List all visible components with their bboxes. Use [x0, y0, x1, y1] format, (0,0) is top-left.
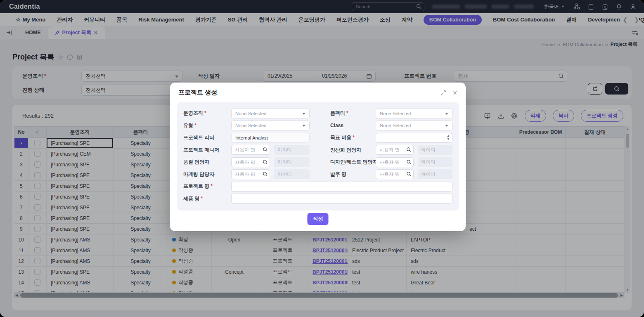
menu-item[interactable]: 평가기준: [195, 16, 217, 24]
menu-item[interactable]: 품목: [116, 16, 127, 24]
org-chart-icon[interactable]: [573, 3, 580, 10]
row-checkbox[interactable]: [34, 151, 40, 157]
filter-org-select[interactable]: 전체선택: [81, 71, 182, 82]
menu-item[interactable]: SG 관리: [228, 16, 248, 24]
breadcrumb-item[interactable]: BOM Collaboration: [563, 42, 603, 47]
search-button[interactable]: [605, 83, 628, 95]
tooltip-icon[interactable]: [484, 112, 491, 119]
vertical-scroll-thumb[interactable]: [626, 134, 629, 148]
expand-panel-icon[interactable]: [0, 26, 18, 39]
row-checkbox[interactable]: [34, 215, 40, 221]
vertical-scrollbar[interactable]: ▲ ▼: [625, 126, 630, 293]
bell-icon[interactable]: [616, 3, 623, 10]
filter-number-input[interactable]: [454, 71, 567, 82]
horizontal-scroll-thumb[interactable]: [20, 293, 618, 298]
info-icon[interactable]: [67, 54, 73, 60]
scroll-left-icon[interactable]: ◀: [15, 293, 18, 297]
menu-scroll-right-icon[interactable]: ❯: [634, 17, 639, 23]
search-icon[interactable]: [406, 159, 412, 165]
download-icon[interactable]: [497, 112, 504, 119]
table-row[interactable]: 11[Purchasing] AMSSpecialty작성중프로젝트BPJT25…: [14, 245, 625, 256]
column-header[interactable]: ✓: [28, 127, 47, 138]
project-number-link[interactable]: BPJT251200013: [313, 258, 348, 264]
manual-icon[interactable]: [76, 54, 83, 60]
table-row[interactable]: 13[Purchasing] SPESpecialty작성중Concept프로젝…: [14, 267, 625, 277]
row-checkbox[interactable]: [34, 247, 40, 253]
search-icon[interactable]: [263, 147, 268, 152]
menu-item[interactable]: 협력사 관리: [259, 16, 287, 24]
modal-select-폼팩터[interactable]: None Selected: [376, 109, 452, 118]
table-row[interactable]: 14[Purchasing] AMSSpecialty작성중프로젝트BPJT25…: [14, 277, 625, 288]
row-checkbox[interactable]: [34, 161, 40, 168]
table-row[interactable]: 10[Purchasing] AMSSpecialty확정Open프로젝트BPJ…: [14, 234, 625, 245]
refresh-button[interactable]: [588, 83, 602, 95]
scroll-up-icon[interactable]: ▲: [626, 128, 629, 130]
row-checkbox[interactable]: [34, 269, 40, 275]
row-checkbox[interactable]: [34, 183, 40, 189]
row-checkbox[interactable]: [34, 258, 40, 264]
menu-item[interactable]: 커뮤니티: [84, 16, 105, 24]
menu-item[interactable]: 관리자: [57, 16, 73, 24]
close-all-tabs-icon[interactable]: [631, 26, 638, 39]
modal-select-운영조직[interactable]: None Selected: [231, 109, 310, 118]
close-icon[interactable]: ✕: [452, 90, 457, 96]
row-checkbox[interactable]: [34, 140, 40, 146]
memo-icon[interactable]: [601, 3, 608, 10]
menu-item[interactable]: Development: [588, 17, 622, 23]
language-selector[interactable]: 한국어 ▼: [544, 3, 565, 10]
프로젝트 명-input[interactable]: [231, 182, 452, 192]
breadcrumb-item[interactable]: Home: [542, 42, 555, 47]
search-icon[interactable]: [406, 171, 412, 177]
row-checkbox[interactable]: [34, 226, 40, 232]
create-project-button[interactable]: 프로젝트 생성: [581, 110, 623, 122]
menu-item[interactable]: 퍼포먼스평가: [336, 16, 369, 24]
project-number-link[interactable]: BPJT251200017: [313, 237, 348, 243]
submit-button[interactable]: 작성: [308, 213, 329, 225]
project-number-link[interactable]: BPJT251200010: [313, 269, 348, 275]
modal-select-유형[interactable]: None Selected: [231, 121, 310, 130]
search-icon[interactable]: [406, 147, 412, 152]
tab-home[interactable]: HOME: [18, 26, 48, 39]
global-search-input[interactable]: [352, 2, 424, 11]
copy-button[interactable]: 복사: [553, 110, 574, 122]
menu-item[interactable]: 결재: [566, 16, 577, 24]
filter-status-select[interactable]: 전체선택: [81, 85, 182, 96]
row-checkbox[interactable]: [34, 237, 40, 243]
search-icon[interactable]: [263, 159, 268, 165]
spinner-buttons[interactable]: [447, 135, 450, 140]
profile-icon[interactable]: [630, 3, 637, 10]
calendar-icon[interactable]: [366, 73, 372, 79]
table-row[interactable]: 12[Purchasing] AMSSpecialty작성중프로젝트BPJT25…: [14, 256, 625, 267]
menu-item[interactable]: 계약: [402, 16, 412, 24]
menu-item[interactable]: Risk Management: [138, 17, 184, 23]
scroll-down-icon[interactable]: ▼: [626, 289, 629, 291]
tab-project-list[interactable]: Project 목록 ✕: [48, 26, 105, 39]
menu-item[interactable]: BOM Collaboration: [424, 15, 482, 25]
settings-gear-icon[interactable]: [511, 112, 518, 119]
filter-date-range[interactable]: 01/29/2025 - 01/29/2026: [263, 71, 376, 82]
favorite-star-icon[interactable]: ☆: [58, 53, 64, 61]
menu-scroll-left-icon[interactable]: ❮: [623, 17, 628, 23]
clipboard-icon[interactable]: [587, 3, 594, 10]
menu-item[interactable]: ☆My Menu: [16, 17, 45, 23]
menu-item[interactable]: 소싱: [380, 16, 391, 24]
제품 명-input[interactable]: [231, 194, 452, 203]
number-field[interactable]: [376, 133, 452, 143]
expand-icon[interactable]: [440, 90, 446, 96]
spin-up-icon[interactable]: [447, 135, 450, 137]
row-checkbox[interactable]: [34, 204, 40, 211]
project-number-link[interactable]: BPJT251200009: [313, 280, 348, 286]
modal-select-Class[interactable]: None Selected: [376, 121, 452, 130]
spin-down-icon[interactable]: [447, 138, 450, 140]
horizontal-scrollbar[interactable]: ◀ ▶: [14, 292, 624, 298]
close-tab-icon[interactable]: ✕: [94, 30, 97, 35]
menu-item[interactable]: BOM Cost Collaboration: [493, 17, 555, 23]
breadcrumb-item[interactable]: Project 목록: [611, 41, 637, 47]
row-checkbox[interactable]: [34, 194, 40, 200]
row-checkbox[interactable]: [34, 279, 40, 286]
project-number-link[interactable]: BPJT251200016: [313, 248, 348, 253]
search-icon[interactable]: [263, 171, 268, 177]
scroll-right-icon[interactable]: ▶: [620, 293, 623, 297]
menu-item[interactable]: 온보딩평가: [298, 16, 325, 24]
delete-button[interactable]: 삭제: [525, 110, 546, 122]
